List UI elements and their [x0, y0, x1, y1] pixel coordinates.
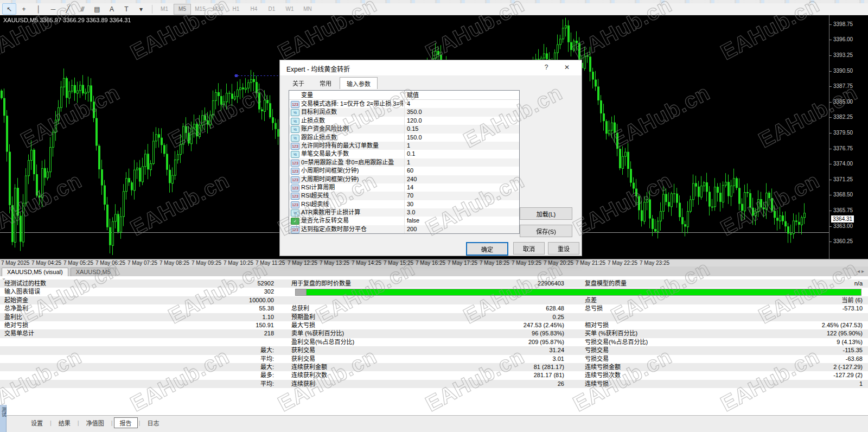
timeframe-button-m15[interactable]: M15	[192, 4, 209, 15]
parameter-row[interactable]: ½单笔交易最大手数0.1	[289, 150, 519, 158]
param-value[interactable]: 120.0	[407, 117, 422, 125]
tester-side-label: 测试	[1, 407, 8, 417]
timeframe-button-mn[interactable]: MN	[299, 4, 316, 15]
dialog-tab[interactable]: 常用	[312, 77, 339, 88]
label-icon[interactable]: T	[119, 3, 133, 15]
param-value[interactable]: 70	[407, 192, 413, 200]
save-button[interactable]: 保存(S)	[520, 225, 572, 237]
time-tick-label: 7 May 23:25	[640, 260, 669, 266]
dialog-title-bar[interactable]: Expert - 均线黄金转折 ? ✕	[280, 60, 582, 75]
toolbar: ↖+│─╱⫻▤AT▾M1M5M15M30H1H4D1W1MN	[0, 0, 868, 16]
ok-button[interactable]: 确定	[466, 242, 508, 256]
timeframe-button-w1[interactable]: W1	[281, 4, 298, 15]
report-value: 55.38	[165, 304, 274, 313]
time-tick-label: 7 May 17:25	[448, 260, 477, 266]
param-value[interactable]: 3.0	[407, 208, 415, 217]
price-tick-label: 3387.75	[833, 83, 853, 89]
timeframe-button-m1[interactable]: M1	[156, 4, 173, 15]
tester-tab-2[interactable]: 结果	[53, 417, 76, 428]
tester-tab-5[interactable]: 日志	[141, 417, 165, 428]
time-tick-label: 7 May 05:25	[63, 260, 93, 266]
parameter-list[interactable]: 变量 赋值 123交易模式选择: 1=仅开仓 2=带止损 3=带止盈...4½目…	[289, 90, 520, 234]
report-value: 1	[754, 380, 863, 388]
text-icon[interactable]: A	[105, 3, 119, 15]
parameter-row[interactable]: 123RSI超买线70	[289, 192, 519, 200]
param-value[interactable]: 200	[407, 225, 417, 233]
report-value: 3.01	[456, 355, 564, 363]
load-button[interactable]: 加载(L)	[520, 207, 572, 220]
price-tick-mark	[829, 242, 832, 242]
timeframe-button-d1[interactable]: D1	[263, 4, 280, 15]
expert-properties-dialog: Expert - 均线黄金转折 ? ✕ 关于常用输入参数 变量 赋值 123交易…	[279, 60, 582, 256]
tester-side-strip[interactable]: 测试	[0, 405, 7, 432]
report-label: 起始资金	[4, 296, 28, 304]
param-value[interactable]: 1	[407, 142, 410, 150]
param-value[interactable]: 0.1	[407, 150, 415, 158]
timeframe-button-m5[interactable]: M5	[174, 4, 191, 15]
vertical-line-icon[interactable]: │	[31, 3, 46, 15]
param-value[interactable]: 350.0	[407, 108, 422, 116]
parameter-row[interactable]: 123允许同时持有的最大订单数量1	[289, 142, 519, 150]
param-value[interactable]: 1	[407, 158, 410, 167]
timeframe-button-h4[interactable]: H4	[245, 4, 263, 15]
param-type-icon: ½	[291, 151, 299, 158]
parameter-row[interactable]: 123小周期时间框架(分钟)60	[289, 167, 519, 175]
horizontal-line-icon[interactable]: ─	[46, 3, 60, 15]
parameter-row[interactable]: ✓是否允许反转交易false	[289, 217, 519, 225]
param-value[interactable]: 4	[407, 100, 410, 108]
tester-tab-3[interactable]: 净值图	[80, 417, 110, 428]
channel-icon[interactable]: ▤	[90, 3, 104, 15]
report-value: 96 (95.83%)	[456, 329, 564, 338]
price-axis[interactable]: 3398.753396.003393.253390.503387.753385.…	[829, 15, 868, 259]
cancel-button[interactable]: 取消	[513, 242, 545, 255]
tester-tab-4[interactable]: 报告	[114, 417, 138, 428]
parameter-row[interactable]: ½跟踪止损点数150.0	[289, 134, 519, 142]
param-value[interactable]: false	[407, 217, 419, 225]
parameter-row[interactable]: 1230=禁用跟踪止盈 非0=启用跟踪止盈1	[289, 158, 519, 167]
fibonacci-icon[interactable]: ⫻	[75, 3, 90, 15]
time-tick-label: 7 May 07:25	[127, 260, 157, 266]
time-tick-label: 7 May 2025	[1, 260, 29, 266]
parameter-row[interactable]: 123大周期时间框架(分钟)240	[289, 175, 519, 183]
dialog-tab[interactable]: 输入参数	[340, 77, 378, 89]
report-label: 复盘模型的质量	[585, 279, 627, 288]
timeframe-button-h1[interactable]: H1	[227, 4, 245, 15]
dialog-title: Expert - 均线黄金转折	[286, 64, 350, 73]
parameter-row[interactable]: ½ATR乘数用于止损计算3.0	[289, 208, 519, 217]
timeframe-button-m30[interactable]: M30	[209, 4, 227, 15]
parameter-row[interactable]: 123RSI超卖线30	[289, 200, 519, 208]
shapes-icon[interactable]: ▾	[134, 3, 148, 15]
dialog-tab[interactable]: 关于	[285, 77, 311, 88]
parameter-row[interactable]: 123RSI计算周期14	[289, 183, 519, 192]
parameter-row[interactable]: ½止损点数120.0	[289, 117, 519, 125]
parameter-row[interactable]: ½目标利润点数350.0	[289, 108, 519, 116]
param-value[interactable]: 60	[407, 167, 413, 175]
cursor-icon[interactable]: ↖	[2, 3, 16, 15]
parameter-row[interactable]: 123达到指定点数时部分平仓200	[289, 225, 519, 233]
report-row: 经测试过的柱数52902用于复盘的即时价数量22906403复盘模型的质量n/a	[0, 279, 868, 288]
report-label: 经测试过的柱数	[4, 279, 46, 288]
chart-tab[interactable]: XAUUSD,M5	[71, 268, 116, 276]
time-axis[interactable]: 7 May 20257 May 04:257 May 05:257 May 06…	[0, 259, 868, 267]
param-value[interactable]: 14	[407, 183, 413, 192]
report-row: 起始资金10000.00点差当前 (6)	[0, 296, 868, 304]
price-tick-label: 3396.00	[833, 36, 853, 42]
tab-scroll-arrows[interactable]: ◂▸	[857, 268, 866, 274]
trendline-icon[interactable]: ╱	[61, 3, 75, 15]
modelling-progress-bar	[295, 289, 861, 296]
help-icon[interactable]: ?	[541, 63, 551, 71]
param-value[interactable]: 30	[407, 200, 413, 208]
param-type-icon: 123	[291, 226, 299, 233]
report-row: 盈利比1.10预期盈利0.25	[0, 313, 868, 321]
report-value: 0.25	[456, 313, 564, 321]
chart-tab[interactable]: XAUUSD,M5 (visual)	[2, 268, 68, 276]
crosshair-icon[interactable]: +	[17, 3, 31, 15]
param-value[interactable]: 0.15	[407, 125, 418, 133]
param-value[interactable]: 150.0	[407, 134, 422, 142]
param-value[interactable]: 240	[407, 175, 417, 183]
close-icon[interactable]: ✕	[562, 63, 572, 71]
tester-tab-1[interactable]: 设置	[25, 417, 49, 428]
reset-button[interactable]: 重设	[548, 242, 579, 255]
parameter-row[interactable]: ½账户资金风险比例0.15	[289, 125, 519, 133]
parameter-row[interactable]: 123交易模式选择: 1=仅开仓 2=带止损 3=带止盈...4	[289, 100, 519, 108]
